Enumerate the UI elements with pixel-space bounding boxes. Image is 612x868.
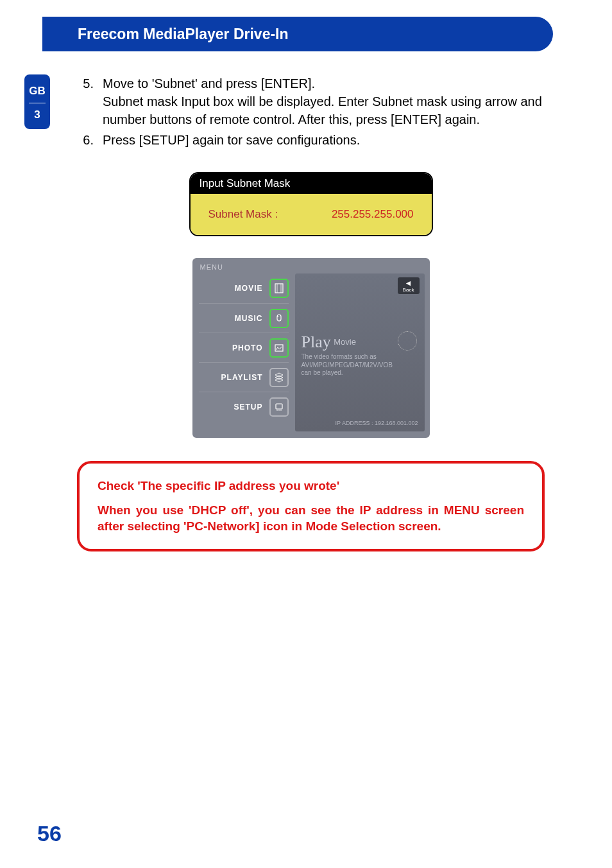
photo-icon bbox=[269, 338, 289, 358]
step-text: Press [SETUP] again tor save configurati… bbox=[103, 131, 545, 149]
callout-line: Check 'The specific IP address you wrote… bbox=[98, 478, 524, 494]
header-bar: Freecom MediaPlayer Drive-In bbox=[42, 17, 553, 51]
side-tab-lang: GB bbox=[24, 85, 50, 98]
subnet-box-body: Subnet Mask : 255.255.255.000 bbox=[191, 194, 432, 235]
subnet-box-header: Input Subnet Mask bbox=[191, 173, 432, 194]
callout-line: When you use 'DHCP off', you can see the… bbox=[98, 502, 524, 535]
ip-label: IP ADDRESS : bbox=[336, 420, 373, 426]
play-desc-line: can be played. bbox=[302, 369, 343, 376]
menu-item-label: PLAYLIST bbox=[199, 373, 269, 382]
back-label: Back bbox=[403, 287, 414, 293]
subnet-value: 255.255.255.000 bbox=[332, 208, 414, 221]
svg-rect-6 bbox=[276, 404, 282, 409]
svg-rect-3 bbox=[277, 315, 281, 321]
play-description: The video formats such as AVI/MPG/MPEG/D… bbox=[302, 353, 418, 378]
menu-item-photo: PHOTO bbox=[199, 333, 289, 362]
menu-item-label: SETUP bbox=[199, 403, 269, 412]
side-tab: GB 3 bbox=[24, 74, 50, 129]
menu-item-label: PHOTO bbox=[199, 343, 269, 352]
menu-item-playlist: PLAYLIST bbox=[199, 362, 289, 392]
ip-address-line: IP ADDRESS : 192.168.001.002 bbox=[336, 420, 418, 426]
back-button: ◄ Back bbox=[398, 277, 420, 294]
svg-point-7 bbox=[276, 410, 278, 411]
step-list: 5. Move to 'Subnet' and press [ENTER]. S… bbox=[77, 74, 545, 149]
menu-item-label: MUSIC bbox=[199, 314, 269, 323]
step-item: 5. Move to 'Subnet' and press [ENTER]. S… bbox=[77, 74, 545, 128]
svg-point-4 bbox=[277, 316, 278, 317]
disc-icon bbox=[398, 331, 417, 351]
menu-item-movie: MOVIE bbox=[199, 273, 289, 303]
menu-item-label: MOVIE bbox=[199, 284, 269, 293]
side-tab-num: 3 bbox=[24, 108, 50, 121]
step-number: 5. bbox=[77, 74, 103, 128]
page-number: 56 bbox=[37, 821, 62, 846]
svg-point-9 bbox=[280, 410, 282, 411]
step-number: 6. bbox=[77, 131, 103, 149]
ip-value: 192.168.001.002 bbox=[375, 420, 418, 426]
subnet-input-box: Input Subnet Mask Subnet Mask : 255.255.… bbox=[189, 172, 433, 236]
menu-right-panel: ◄ Back Play Movie The video formats such… bbox=[295, 273, 425, 431]
music-icon bbox=[269, 309, 289, 328]
warning-callout: Check 'The specific IP address you wrote… bbox=[77, 461, 545, 551]
play-desc-line: The video formats such as bbox=[302, 353, 377, 360]
menu-item-music: MUSIC bbox=[199, 303, 289, 333]
side-tab-divider bbox=[29, 103, 46, 103]
menu-item-setup: SETUP bbox=[199, 392, 289, 421]
svg-rect-0 bbox=[275, 284, 283, 293]
step-item: 6. Press [SETUP] again tor save configur… bbox=[77, 131, 545, 149]
setup-icon bbox=[269, 397, 289, 417]
play-text-big: Play bbox=[302, 333, 331, 351]
menu-left-column: MOVIE MUSIC PHOTO bbox=[199, 273, 289, 431]
step-subtext: Subnet mask Input box will be displayed.… bbox=[103, 94, 542, 126]
menu-screenshot: MENU MOVIE MUSIC PHOTO bbox=[192, 258, 430, 438]
svg-rect-5 bbox=[275, 345, 283, 351]
manual-page: Freecom MediaPlayer Drive-In GB 3 5. Mov… bbox=[0, 0, 612, 868]
play-heading: Play Movie bbox=[302, 333, 356, 352]
play-desc-line: AVI/MPG/MPEG/DAT/M2V/VOB bbox=[302, 361, 393, 369]
step-text: Move to 'Subnet' and press [ENTER]. bbox=[103, 76, 315, 91]
header-title: Freecom MediaPlayer Drive-In bbox=[78, 26, 289, 43]
content-area: 5. Move to 'Subnet' and press [ENTER]. S… bbox=[77, 74, 545, 551]
playlist-icon bbox=[269, 368, 289, 387]
play-text-small: Movie bbox=[334, 337, 356, 347]
back-arrow-icon: ◄ bbox=[405, 279, 412, 287]
film-icon bbox=[269, 279, 289, 298]
svg-point-8 bbox=[278, 410, 280, 411]
menu-header-label: MENU bbox=[200, 263, 223, 271]
subnet-label: Subnet Mask : bbox=[208, 208, 278, 221]
